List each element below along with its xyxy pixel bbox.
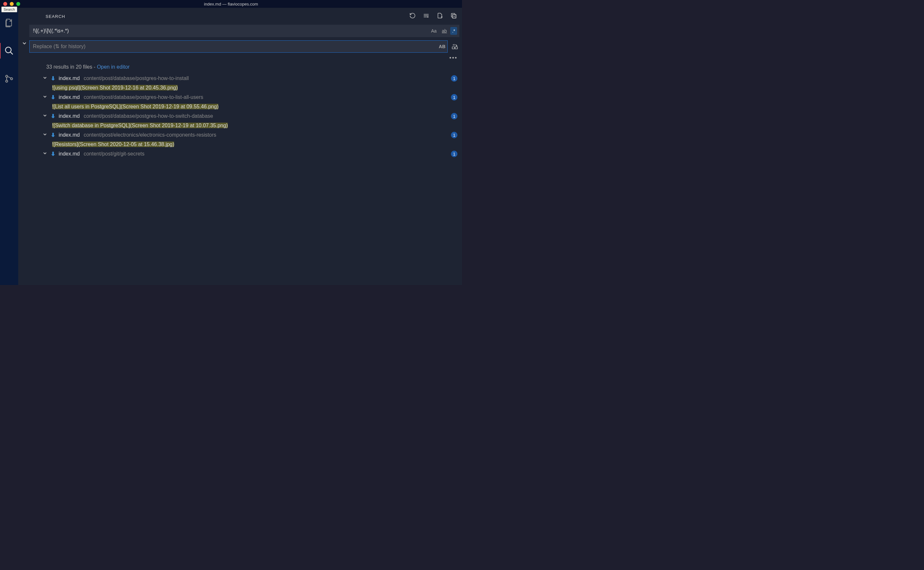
explorer-tab[interactable] <box>0 14 18 32</box>
markdown-file-icon <box>50 94 56 100</box>
svg-point-2 <box>6 75 8 77</box>
file-result-header[interactable]: index.mdcontent/post/database/postgres-h… <box>38 73 462 84</box>
results-summary: 33 results in 20 files - Open in editor <box>18 61 462 73</box>
toggle-replace-button[interactable] <box>21 25 28 53</box>
maximize-window-button[interactable] <box>16 2 20 6</box>
svg-line-1 <box>11 52 13 55</box>
file-result-header[interactable]: index.mdcontent/post/git/git-secrets1 <box>38 149 462 159</box>
file-path: content/post/database/postgres-how-to-li… <box>84 94 448 100</box>
markdown-file-icon <box>50 132 56 138</box>
file-name: index.md <box>58 151 80 157</box>
file-name: index.md <box>58 132 80 138</box>
match-count-badge: 1 <box>451 113 457 120</box>
svg-rect-15 <box>452 47 454 49</box>
file-result-header[interactable]: index.mdcontent/post/database/postgres-h… <box>38 92 462 103</box>
replace-input-container: AB <box>29 40 448 53</box>
replace-input[interactable] <box>33 44 439 49</box>
search-input[interactable] <box>33 28 429 34</box>
search-tab[interactable] <box>0 41 18 60</box>
match-line[interactable]: ![Resistors](Screen Shot 2020-12-05 at 1… <box>38 140 462 149</box>
file-result-header[interactable]: index.mdcontent/post/electronics/electro… <box>38 130 462 140</box>
minimize-window-button[interactable] <box>10 2 14 6</box>
refresh-button[interactable] <box>408 12 416 21</box>
preserve-case-toggle[interactable]: AB <box>439 44 445 49</box>
chevron-down-icon <box>42 151 48 157</box>
svg-rect-16 <box>455 47 457 49</box>
file-name: index.md <box>58 113 80 119</box>
file-result-group: index.mdcontent/post/git/git-secrets1 <box>38 149 462 159</box>
file-result-group: index.mdcontent/post/database/postgres-h… <box>38 73 462 92</box>
search-input-container: Aa ab .* <box>29 25 459 37</box>
markdown-file-icon <box>50 75 56 81</box>
file-result-group: index.mdcontent/post/database/postgres-h… <box>38 92 462 111</box>
svg-point-0 <box>6 47 11 53</box>
file-result-group: index.mdcontent/post/electronics/electro… <box>38 130 462 149</box>
chevron-down-icon <box>42 94 48 101</box>
file-name: index.md <box>58 94 80 100</box>
search-tooltip: Search <box>1 6 17 12</box>
close-window-button[interactable] <box>3 2 7 6</box>
chevron-down-icon <box>42 75 48 82</box>
new-search-editor-button[interactable] <box>436 12 444 21</box>
match-count-badge: 1 <box>451 94 457 101</box>
open-in-editor-link[interactable]: Open in editor <box>97 64 130 70</box>
clear-results-button[interactable] <box>422 12 430 21</box>
svg-point-3 <box>6 80 8 82</box>
replace-all-button[interactable]: ab <box>450 42 459 51</box>
match-count-badge: 1 <box>451 132 457 138</box>
search-panel: SEARCH <box>18 8 462 285</box>
window-title: index.md — flaviocopes.com <box>204 2 258 6</box>
match-line[interactable]: ![Switch database in PostgreSQL](Screen … <box>38 121 462 130</box>
results-list: index.mdcontent/post/database/postgres-h… <box>18 73 462 282</box>
panel-title: SEARCH <box>46 14 65 19</box>
activity-bar <box>0 8 18 285</box>
match-case-toggle[interactable]: Aa <box>429 27 439 35</box>
match-line[interactable]: ![List all users in PostgreSQL](Screen S… <box>38 103 462 111</box>
match-line[interactable]: ![using psql](Screen Shot 2019-12-16 at … <box>38 84 462 92</box>
chevron-down-icon <box>42 113 48 120</box>
file-result-header[interactable]: index.mdcontent/post/database/postgres-h… <box>38 111 462 121</box>
file-path: content/post/electronics/electronics-com… <box>84 132 448 138</box>
regex-toggle[interactable]: .* <box>450 27 457 35</box>
file-path: content/post/git/git-secrets <box>84 151 448 157</box>
markdown-file-icon <box>50 113 56 119</box>
svg-text:ab: ab <box>453 44 456 46</box>
whole-word-toggle[interactable]: ab <box>440 27 449 35</box>
toggle-search-details-button[interactable]: ••• <box>449 55 457 61</box>
markdown-file-icon <box>50 151 56 157</box>
file-name: index.md <box>58 75 80 81</box>
window-controls <box>0 2 20 6</box>
titlebar: index.md — flaviocopes.com Search <box>0 0 462 8</box>
file-result-group: index.mdcontent/post/database/postgres-h… <box>38 111 462 130</box>
source-control-tab[interactable] <box>0 70 18 88</box>
match-count-badge: 1 <box>451 75 457 82</box>
file-path: content/post/database/postgres-how-to-in… <box>84 75 448 81</box>
collapse-all-button[interactable] <box>450 12 457 21</box>
match-count-badge: 1 <box>451 151 457 157</box>
chevron-down-icon <box>42 132 48 138</box>
file-path: content/post/database/postgres-how-to-sw… <box>84 113 448 119</box>
